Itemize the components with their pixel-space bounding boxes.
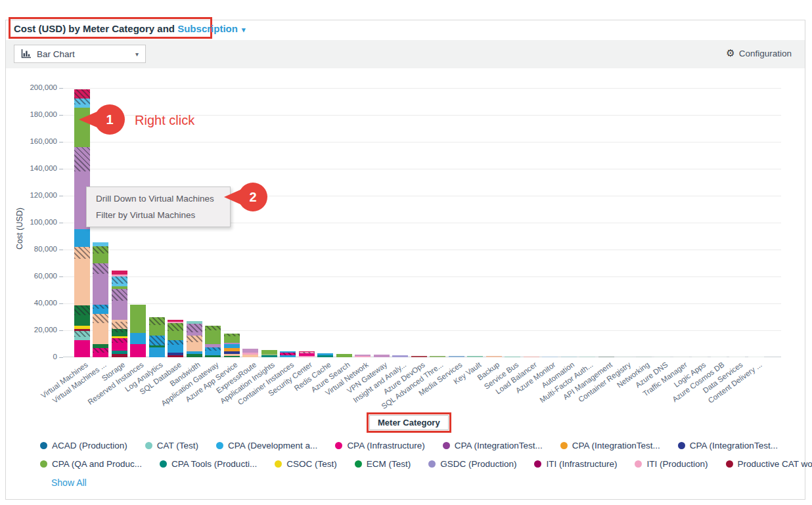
bar-segment[interactable]	[598, 357, 614, 357]
bar-segment[interactable]	[205, 351, 221, 355]
bar-segment[interactable]	[74, 259, 90, 305]
bar-segment[interactable]	[654, 357, 670, 357]
bar-networking[interactable]	[636, 357, 652, 357]
bar-automation[interactable]	[561, 357, 577, 357]
bar-segment[interactable]	[149, 336, 165, 345]
bar-segment[interactable]	[74, 331, 90, 337]
bar-storage[interactable]	[112, 271, 127, 357]
bar-azure-search[interactable]	[336, 354, 352, 357]
legend-item[interactable]: GSDC (Production)	[428, 459, 516, 469]
bar-segment[interactable]	[242, 355, 258, 357]
bar-application-gateway[interactable]	[205, 326, 221, 357]
legend-item[interactable]: Productive CAT woVPN	[726, 459, 812, 469]
bar-segment[interactable]	[224, 356, 240, 357]
bar-segment[interactable]	[168, 340, 183, 345]
bar-content-delivery[interactable]	[748, 357, 764, 357]
bar-segment[interactable]	[711, 357, 727, 357]
bar-segment[interactable]	[355, 356, 371, 357]
bar-expressroute[interactable]	[242, 349, 258, 357]
bar-backup[interactable]	[486, 356, 502, 357]
bar-logic-apps[interactable]	[692, 357, 708, 357]
bar-segment[interactable]	[579, 357, 595, 357]
bar-segment[interactable]	[187, 324, 202, 332]
bar-load-balancer[interactable]	[524, 357, 539, 357]
configuration-button[interactable]: ⚙ Configuration	[726, 47, 792, 59]
bar-api-management[interactable]	[598, 357, 614, 357]
legend-item[interactable]: ITI (Production)	[635, 459, 708, 469]
bar-segment[interactable]	[112, 276, 127, 284]
bar-sql-database[interactable]	[168, 320, 183, 357]
bar-virtual-machines[interactable]	[93, 242, 108, 357]
bar-segment[interactable]	[93, 323, 108, 344]
legend-item[interactable]: CPA Tools (Producti...	[160, 459, 257, 469]
bar-segment[interactable]	[467, 356, 483, 357]
bar-virtual-network[interactable]	[355, 355, 371, 357]
bar-segment[interactable]	[74, 340, 90, 357]
bar-segment[interactable]	[374, 355, 390, 357]
bar-service-bus[interactable]	[505, 357, 520, 357]
bar-segment[interactable]	[93, 246, 108, 253]
bar-segment[interactable]	[187, 354, 202, 357]
bar-segment[interactable]	[187, 342, 202, 351]
bar-segment[interactable]	[74, 315, 90, 326]
bar-segment[interactable]	[93, 309, 108, 314]
legend-item[interactable]: ITI (Infrastructure)	[534, 459, 617, 469]
chart-type-dropdown[interactable]: Bar Chart ▾	[14, 45, 146, 63]
bar-segment[interactable]	[486, 356, 502, 357]
bar-segment[interactable]	[149, 317, 165, 325]
bar-segment[interactable]	[112, 301, 127, 320]
show-all-link[interactable]: Show All	[51, 477, 87, 488]
bar-key-vault[interactable]	[467, 356, 483, 357]
bar-data-services[interactable]	[729, 357, 745, 357]
legend-item[interactable]: CPA (IntegrationTest...	[443, 441, 543, 450]
bar-segment[interactable]	[205, 326, 221, 330]
bar-redis-cache[interactable]	[317, 353, 333, 357]
bar-application-insights[interactable]	[261, 350, 277, 357]
bar-segment[interactable]	[93, 263, 108, 274]
bar-segment[interactable]	[149, 325, 165, 336]
legend-item[interactable]: CPA (Development a...	[216, 441, 317, 450]
bar-segment[interactable]	[224, 336, 240, 343]
context-menu-item[interactable]: Drill Down to Virtual Machines	[87, 190, 230, 207]
bar-segment[interactable]	[505, 357, 520, 357]
bar-segment[interactable]	[729, 357, 745, 357]
group-by-dimension-dropdown[interactable]: Subscription	[177, 23, 238, 34]
legend-item[interactable]: CAT (Test)	[145, 441, 198, 450]
bar-segment[interactable]	[112, 354, 127, 357]
bar-segment[interactable]	[430, 356, 445, 357]
bar-insight-and-analy[interactable]	[392, 355, 408, 357]
bar-azure-cosmos-db[interactable]	[711, 357, 727, 357]
bar-segment[interactable]	[130, 344, 146, 357]
bar-segment[interactable]	[392, 355, 408, 357]
legend-item[interactable]: CPA (QA and Produc...	[40, 459, 142, 469]
bar-sql-advanced-thre[interactable]	[430, 356, 445, 357]
legend-item[interactable]: ECM (Test)	[355, 459, 411, 469]
chevron-down-icon[interactable]: ▾	[242, 26, 246, 33]
bar-reserved-instances[interactable]	[130, 305, 146, 357]
bar-security-center[interactable]	[299, 351, 315, 357]
bar-segment[interactable]	[636, 357, 652, 357]
bar-segment[interactable]	[130, 305, 146, 333]
bar-segment[interactable]	[205, 330, 221, 344]
bar-segment[interactable]	[93, 274, 108, 305]
bar-segment[interactable]	[261, 355, 277, 357]
bar-segment[interactable]	[93, 353, 108, 357]
context-menu-item[interactable]: Filter by Virtual Machines	[87, 207, 230, 223]
bar-azure-monitor[interactable]	[542, 357, 558, 357]
bar-vpn-gateway[interactable]	[374, 355, 390, 357]
bar-segment[interactable]	[299, 356, 315, 357]
bar-segment[interactable]	[168, 345, 183, 353]
bar-traffic-manager[interactable]	[673, 357, 689, 357]
bar-multi-factor-auth[interactable]	[579, 357, 595, 357]
bar-segment[interactable]	[748, 357, 764, 357]
bar-segment[interactable]	[673, 357, 689, 357]
bar-segment[interactable]	[93, 314, 108, 323]
legend-item[interactable]: CPA (IntegrationTest...	[560, 441, 660, 450]
bar-segment[interactable]	[74, 147, 90, 171]
legend-item[interactable]: CSOC (Test)	[275, 459, 337, 469]
bar-segment[interactable]	[149, 347, 165, 357]
bar-segment[interactable]	[93, 253, 108, 263]
bar-segment[interactable]	[74, 229, 90, 247]
bar-segment[interactable]	[93, 348, 108, 353]
bar-segment[interactable]	[524, 357, 539, 357]
